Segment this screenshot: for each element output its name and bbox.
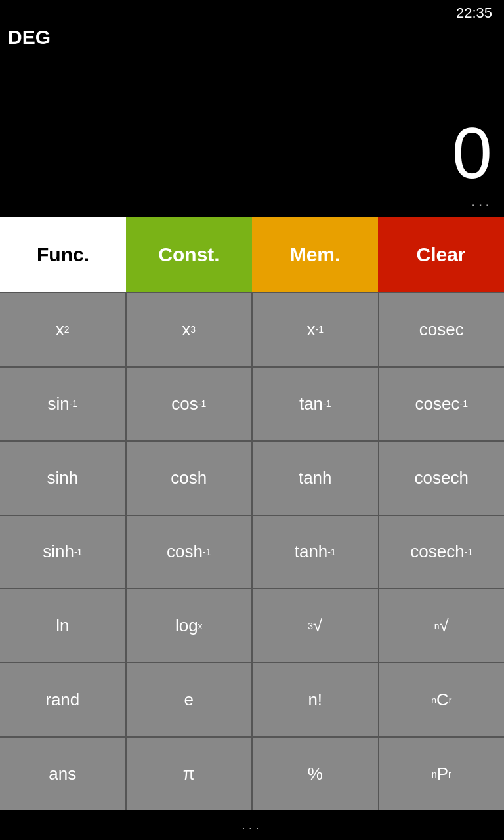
calc-btn-e[interactable]: e (127, 663, 252, 736)
calc-btn-x[interactable]: x-1 (253, 293, 378, 366)
calc-btn-tanh[interactable]: tanh (253, 442, 378, 514)
calc-btn-cosec[interactable]: cosec-1 (379, 368, 505, 440)
calc-btn-cosh[interactable]: cosh-1 (127, 516, 252, 589)
tab-const[interactable]: Const. (126, 217, 252, 292)
calc-grid: x2x3x-1cosecsin-1cos-1tan-1cosec-1sinhco… (0, 292, 504, 810)
calc-btn-x[interactable]: x3 (127, 293, 252, 366)
display-area: DEG 0 ... (0, 26, 504, 217)
calc-btn-cosech[interactable]: cosech (379, 442, 505, 514)
calc-btn-x[interactable]: x2 (0, 293, 125, 366)
bottom-bar: ... (0, 810, 504, 840)
calc-btn-rand[interactable]: rand (0, 663, 125, 736)
calc-btn-tan[interactable]: tan-1 (253, 368, 378, 440)
tab-clear[interactable]: Clear (378, 217, 504, 292)
calc-btn-cosech[interactable]: cosech-1 (379, 516, 505, 589)
calc-btn-ans[interactable]: ans (0, 738, 125, 810)
calc-btn-ln[interactable]: ln (0, 589, 125, 662)
calc-btn-[interactable]: n√ (379, 589, 505, 662)
calc-btn-n[interactable]: n! (253, 663, 378, 736)
tab-mem[interactable]: Mem. (252, 217, 378, 292)
calc-btn-sin[interactable]: sin-1 (0, 368, 125, 440)
calc-btn-log[interactable]: logx (127, 589, 252, 662)
calc-btn-C[interactable]: nCr (379, 663, 505, 736)
bottom-dots: ... (242, 818, 262, 833)
calc-btn-[interactable]: % (253, 738, 378, 810)
display-dots: ... (471, 192, 492, 210)
calc-btn-cosec[interactable]: cosec (379, 293, 505, 366)
calc-btn-P[interactable]: nPr (379, 738, 505, 810)
calc-btn-[interactable]: 3√ (253, 589, 378, 662)
main-display: 0 (452, 117, 492, 189)
calc-btn-sinh[interactable]: sinh (0, 442, 125, 514)
status-bar: 22:35 (0, 0, 504, 26)
calc-btn-sinh[interactable]: sinh-1 (0, 516, 125, 589)
tab-func[interactable]: Func. (0, 217, 126, 292)
time-display: 22:35 (456, 5, 492, 22)
deg-label: DEG (8, 26, 51, 49)
calc-btn-tanh[interactable]: tanh-1 (253, 516, 378, 589)
calc-btn-cos[interactable]: cos-1 (127, 368, 252, 440)
tab-bar: Func. Const. Mem. Clear (0, 217, 504, 292)
calc-btn-[interactable]: π (127, 738, 252, 810)
calc-btn-cosh[interactable]: cosh (127, 442, 252, 514)
